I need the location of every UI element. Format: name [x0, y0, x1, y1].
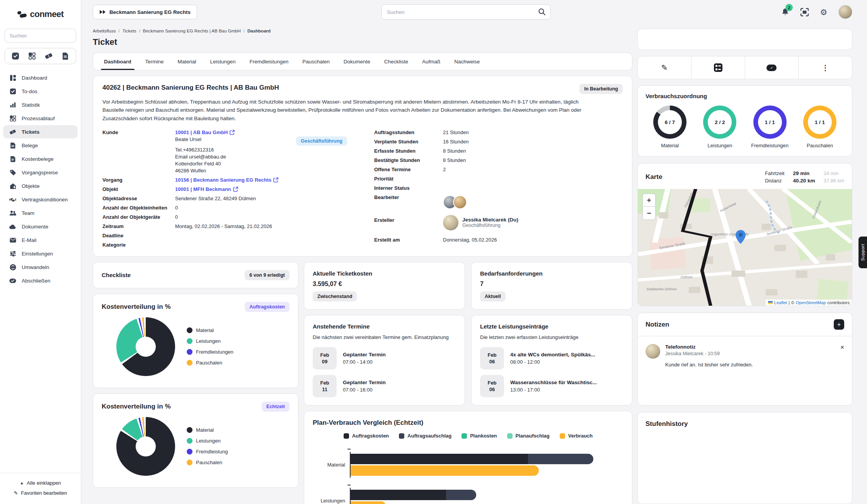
field-label-geraete: Anzahl der Objektgeräte: [102, 213, 175, 221]
sidebar-item-dokumente[interactable]: Dokumente: [3, 220, 78, 233]
ring-material: 6 / 7 Material: [647, 106, 693, 148]
support-tab[interactable]: Support: [858, 237, 867, 268]
leistung-list-item[interactable]: Feb06 4x alte WCs demontiert, Spülkäs...…: [480, 347, 623, 369]
board-view-button[interactable]: [691, 56, 745, 79]
field-label-vorgang: Vorgang: [102, 176, 175, 184]
vorgang-link[interactable]: 10156 | Beckmann Sanierung EG Rechts: [175, 177, 278, 183]
sidebar-item-einstellungen[interactable]: Einstellungen: [3, 247, 78, 260]
tab-dokumente[interactable]: Dokumente: [337, 53, 377, 70]
pencil-icon: ✎: [661, 63, 668, 72]
sidebar-item-dashboard[interactable]: Dashboard: [3, 71, 78, 84]
breadcrumb-arbeitsfluss[interactable]: Arbeitsfluss: [93, 29, 120, 33]
tab-termine[interactable]: Termine: [138, 53, 171, 70]
legend-dot: [187, 360, 192, 366]
chart-title: Kostenverteilung in %: [102, 403, 171, 410]
complete-button[interactable]: ✓: [745, 56, 799, 79]
tab-material[interactable]: Material: [171, 53, 203, 70]
legend-swatch: [344, 433, 349, 439]
sidebar-item-team[interactable]: Team: [3, 206, 78, 220]
fahrtzeit-label: Fahrtzeit: [765, 170, 785, 176]
todo-icon[interactable]: [10, 51, 20, 61]
sidebar-item-kostenbelege[interactable]: Kostenbelege: [3, 152, 78, 165]
avatar[interactable]: [453, 195, 467, 209]
tab-dashboard[interactable]: Dashboard: [97, 53, 138, 70]
avatar: [443, 215, 458, 230]
kunde-street: Kottendorfer Feld 40: [175, 161, 351, 167]
ticket-icon[interactable]: [44, 51, 54, 61]
tab-aufmass[interactable]: Aufmaß: [415, 53, 447, 70]
stat-value: 21 Stunden: [443, 129, 623, 136]
map-pin-icon[interactable]: [736, 230, 746, 244]
delete-note-icon[interactable]: ×: [840, 344, 844, 397]
chart-legend: Material Leistungen Fremdleistungen Paus…: [187, 327, 233, 366]
jump-to-ticket-button[interactable]: Beckmann Sanierung EG Rechts: [93, 5, 197, 19]
termin-list-item[interactable]: Feb09 Geplanter Termin07:00 - 14:00: [313, 347, 456, 369]
poi-label: Dülmen: [681, 275, 693, 279]
global-search-input[interactable]: [381, 4, 550, 20]
tab-leistungen[interactable]: Leistungen: [203, 53, 243, 70]
ersteller-name: Jessika Mielcarek (Du): [462, 217, 518, 223]
zoom-in-button[interactable]: +: [642, 194, 656, 207]
sidebar-item-vertragskonditionen[interactable]: Vertragskonditionen: [3, 193, 78, 206]
termin-list-item[interactable]: Feb11 Geplanter Termin07:00 - 16:00: [313, 375, 456, 397]
zoom-out-button[interactable]: −: [642, 207, 656, 220]
field-label-erstellt-am: Erstellt am: [374, 233, 443, 243]
field-label-deadline: Deadline: [102, 232, 175, 239]
kunde-link[interactable]: 10001 | AB Bau GmbH: [175, 129, 235, 135]
sidebar-item-prozessablauf[interactable]: Prozessablauf: [3, 112, 78, 125]
team-icon: [9, 209, 16, 216]
deadline-value: [175, 232, 351, 239]
sidebar-footer: ▲ Alle einklappen ✎ Favoriten bearbeiten: [0, 473, 81, 504]
sidebar-item-tickets[interactable]: Tickets: [3, 125, 78, 138]
more-options-button[interactable]: ⋮: [798, 56, 852, 79]
sidebar-item-email[interactable]: E-Mail: [3, 233, 78, 247]
tab-checkliste[interactable]: Checkliste: [377, 53, 415, 70]
leaflet-link[interactable]: Leaflet: [774, 300, 787, 305]
legend-label: Plankosten: [470, 433, 497, 439]
openstreetmap-link[interactable]: OpenStreetMap: [796, 300, 826, 305]
breadcrumb-ticket-name[interactable]: Beckmann Sanierung EG Rechts | AB Bau Gm…: [143, 29, 245, 33]
pencil-icon: ✎: [14, 490, 18, 496]
add-note-button[interactable]: +: [834, 319, 844, 330]
sidebar-item-objekte[interactable]: Objekte: [3, 179, 78, 192]
notifications-bell-icon[interactable]: 2: [780, 7, 790, 17]
sidebar-item-statistik[interactable]: Statistik: [3, 98, 78, 111]
tab-fremdleistungen[interactable]: Fremdleistungen: [243, 53, 296, 70]
kategorie-value: [175, 241, 351, 249]
objekt-link[interactable]: 10001 | MFH Beckmann: [175, 186, 238, 192]
breadcrumb-tickets[interactable]: Tickets: [123, 29, 140, 33]
ukraine-flag-icon: [768, 301, 773, 304]
grid-icon[interactable]: [27, 51, 37, 61]
fullscreen-scan-icon[interactable]: [800, 7, 809, 17]
sidebar-item-abschliessen[interactable]: Abschließen: [3, 274, 78, 287]
note-text: Kunde rief an. Ist bisher sehr zufrieden…: [665, 362, 835, 368]
sidebar-item-belege[interactable]: Belege: [3, 139, 78, 152]
sidebar-item-umwandeln[interactable]: Umwandeln: [3, 261, 78, 274]
leistung-list-item[interactable]: Feb06 Wasseranschlüsse für Waschtisc...1…: [480, 375, 623, 397]
legend-label: Auftragskosten: [352, 433, 389, 439]
sidebar-search-input[interactable]: [5, 29, 76, 43]
edit-button[interactable]: ✎: [638, 56, 691, 79]
vertical-dots-icon: ⋮: [822, 63, 829, 72]
map-zoom-controls: + −: [642, 194, 656, 220]
page-title: Ticket: [93, 37, 632, 47]
sidebar-item-label: E-Mail: [22, 237, 36, 243]
checkliste-card[interactable]: Checkliste 6 von 9 erledigt: [93, 262, 298, 288]
bar-category-label: Leistungen: [316, 498, 350, 504]
tab-nachweise[interactable]: Nachweise: [447, 53, 487, 70]
external-link-icon: [230, 130, 235, 135]
map-canvas[interactable]: + − Hülsenhof Hülsenweg Ostlandwehr Send…: [638, 189, 852, 306]
donut-chart-auftragskosten: [116, 317, 175, 376]
settings-gear-icon[interactable]: ⚙: [819, 7, 828, 17]
document-icon[interactable]: [60, 51, 70, 61]
topbar-icons: 2 ⚙: [780, 5, 852, 19]
edit-favorites-button[interactable]: ✎ Favoriten bearbeiten: [0, 488, 81, 498]
kunde-contact-name: Beate Ursel: [175, 136, 201, 142]
sidebar-item-vorgangspreise[interactable]: Vorgangspreise: [3, 166, 78, 179]
user-avatar[interactable]: [838, 5, 852, 19]
termin-title: Geplanter Termin: [343, 352, 386, 358]
sidebar-item-todos[interactable]: To-dos: [3, 85, 78, 98]
tab-pauschalen[interactable]: Pauschalen: [295, 53, 337, 70]
receipt-icon: [9, 142, 16, 149]
collapse-all-button[interactable]: ▲ Alle einklappen: [0, 478, 81, 488]
